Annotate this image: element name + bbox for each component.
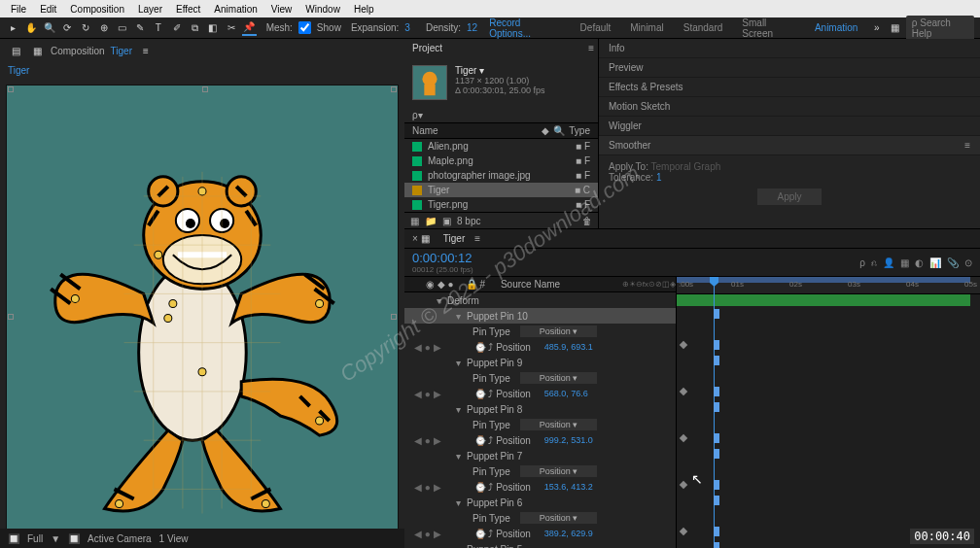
project-item[interactable]: Tiger.png■ F xyxy=(404,197,598,212)
clone-tool-icon[interactable]: ⧉ xyxy=(188,20,202,36)
selection-tool-icon[interactable]: ▸ xyxy=(6,20,20,36)
twirl-icon[interactable]: ▾ xyxy=(453,544,463,549)
pin-group[interactable]: Puppet Pin 6 xyxy=(467,497,522,508)
keyframe[interactable] xyxy=(680,341,687,349)
view-layout-dropdown[interactable]: 1 View xyxy=(159,533,189,544)
timeline-tab[interactable]: Tiger xyxy=(434,231,474,246)
interpret-icon[interactable]: ▦ xyxy=(410,216,419,226)
keyframe-marker[interactable] xyxy=(714,402,719,412)
twirl-icon[interactable]: ▾ xyxy=(453,358,463,368)
project-item[interactable]: Alien.png■ F xyxy=(404,139,598,154)
menu-window[interactable]: Window xyxy=(298,4,347,15)
resolution-dropdown[interactable]: Full xyxy=(27,533,43,544)
bbox-handle-ml[interactable] xyxy=(8,314,14,320)
twirl-icon[interactable]: ▾ xyxy=(453,404,463,415)
anchor-tool-icon[interactable]: ⊕ xyxy=(96,20,111,36)
pin-type-dropdown[interactable]: Position ▾ xyxy=(520,325,598,337)
menu-file[interactable]: File xyxy=(4,4,33,15)
twirl-icon[interactable]: ▾ xyxy=(453,451,463,462)
menu-effect[interactable]: Effect xyxy=(169,4,207,15)
layer-duration-bar[interactable] xyxy=(677,294,970,306)
composition-tab[interactable]: Tiger xyxy=(0,62,404,79)
menu-edit[interactable]: Edit xyxy=(33,4,63,15)
twirl-icon[interactable]: ▾ xyxy=(434,295,443,306)
pin-type-dropdown[interactable]: Position ▾ xyxy=(520,372,598,384)
position-property[interactable]: Position xyxy=(496,435,531,446)
pin-group[interactable]: Puppet Pin 5 xyxy=(467,544,522,549)
project-search[interactable]: ρ▾ xyxy=(404,108,598,123)
menu-composition[interactable]: Composition xyxy=(63,4,131,15)
timeline-layer-switches-icon[interactable]: ⎌ xyxy=(871,257,877,268)
timeline-snapshot-icon[interactable]: 📎 xyxy=(947,257,959,268)
keyframe-marker[interactable] xyxy=(714,496,719,505)
pen-tool-icon[interactable]: ✎ xyxy=(133,20,148,36)
col-search-icon[interactable]: 🔍 xyxy=(553,125,565,136)
apply-to-dropdown[interactable]: Temporal Graph xyxy=(651,161,721,172)
keyframe-marker[interactable] xyxy=(714,356,719,365)
keyframe-marker[interactable] xyxy=(714,449,719,459)
rectangle-tool-icon[interactable]: ▭ xyxy=(115,20,129,36)
panel-wiggler[interactable]: Wiggler xyxy=(599,117,980,136)
keyframe-marker[interactable] xyxy=(714,433,719,443)
layer-icon[interactable]: ▤ xyxy=(8,43,23,58)
pin-group[interactable]: Puppet Pin 9 xyxy=(467,358,522,368)
orbit-tool-icon[interactable]: ⟳ xyxy=(60,20,75,36)
workspace-minimal[interactable]: Minimal xyxy=(622,22,671,33)
menu-animation[interactable]: Animation xyxy=(207,4,263,15)
workspace-standard[interactable]: Standard xyxy=(676,22,731,33)
bbox-handle-tr[interactable] xyxy=(391,86,397,92)
position-value[interactable]: 389.2, 629.9 xyxy=(544,529,593,538)
panel-effects-presets[interactable]: Effects & Presets xyxy=(599,78,980,97)
pin-group[interactable]: Puppet Pin 10 xyxy=(467,311,528,322)
camera-icon[interactable]: 🔲 xyxy=(68,533,80,544)
eraser-tool-icon[interactable]: ◧ xyxy=(206,20,221,36)
keyframe[interactable] xyxy=(680,528,687,535)
timeline-showcache-icon[interactable]: ⊙ xyxy=(964,257,972,268)
timeline-graph-icon[interactable]: 📊 xyxy=(929,257,941,268)
col-name[interactable]: Name xyxy=(412,125,542,136)
density-value[interactable]: 12 xyxy=(467,22,477,33)
deform-group[interactable]: Deform xyxy=(447,295,479,306)
hand-tool-icon[interactable]: ✋ xyxy=(24,20,39,36)
timeline-shy-icon[interactable]: 👤 xyxy=(883,257,894,268)
keyframe-marker[interactable] xyxy=(714,480,719,490)
project-tab[interactable]: Project xyxy=(404,39,450,57)
menu-layer[interactable]: Layer xyxy=(131,4,169,15)
timeline-frame-blend-icon[interactable]: ▦ xyxy=(900,257,909,268)
bpc-button[interactable]: 8 bpc xyxy=(457,216,480,226)
panel-motion-sketch[interactable]: Motion Sketch xyxy=(599,97,980,117)
keyframe-marker[interactable] xyxy=(714,309,719,319)
timeline-motion-blur-icon[interactable]: ◐ xyxy=(915,257,924,268)
col-label-icon[interactable]: ◆ xyxy=(542,125,549,136)
pin-type-dropdown[interactable]: Position ▾ xyxy=(520,419,598,430)
panel-menu-icon[interactable]: ≡ xyxy=(584,39,598,57)
workspace-default[interactable]: Default xyxy=(573,22,619,33)
position-property[interactable]: Position xyxy=(496,389,531,399)
project-item[interactable]: Tiger■ C xyxy=(404,183,598,197)
active-camera-dropdown[interactable]: Active Camera xyxy=(88,533,152,544)
position-value[interactable]: 568.0, 76.6 xyxy=(544,389,588,398)
mesh-show-checkbox[interactable] xyxy=(298,21,311,34)
bbox-handle-tc[interactable] xyxy=(202,86,208,92)
timeline-search-icon[interactable]: ρ xyxy=(859,257,865,268)
current-timecode[interactable]: 0:00:00:12 xyxy=(412,251,473,265)
col-type[interactable]: Type xyxy=(569,125,590,136)
timeline-menu-icon[interactable]: ≡ xyxy=(474,233,480,244)
folder-icon[interactable]: 📁 xyxy=(425,216,437,226)
viewport[interactable] xyxy=(6,85,399,542)
menu-view[interactable]: View xyxy=(264,4,299,15)
workspace-more-icon[interactable]: » xyxy=(869,20,884,36)
position-value[interactable]: 153.6, 413.2 xyxy=(544,482,593,492)
pin-group[interactable]: Puppet Pin 7 xyxy=(467,451,522,462)
brush-tool-icon[interactable]: ✐ xyxy=(169,20,184,36)
position-property[interactable]: Position xyxy=(496,482,531,493)
roto-tool-icon[interactable]: ✂ xyxy=(224,20,238,36)
pin-type-dropdown[interactable]: Position ▾ xyxy=(520,512,598,524)
rotation-tool-icon[interactable]: ↻ xyxy=(79,20,93,36)
tolerance-value[interactable]: 1 xyxy=(656,172,662,183)
keyframe[interactable] xyxy=(680,388,687,395)
project-item[interactable]: photographer image.jpg■ F xyxy=(404,168,598,183)
apply-button[interactable]: Apply xyxy=(757,188,821,205)
keyframe-marker[interactable] xyxy=(714,340,719,350)
panel-info[interactable]: Info xyxy=(599,39,980,58)
